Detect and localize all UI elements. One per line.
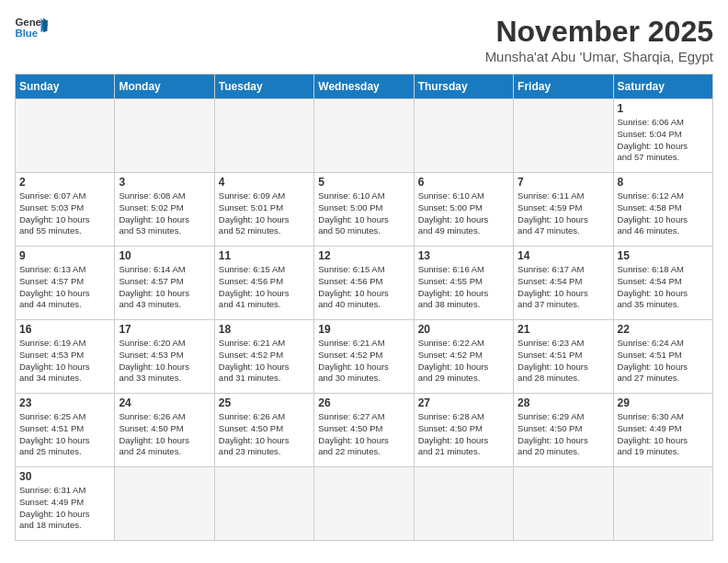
day-info: Sunrise: 6:23 AM Sunset: 4:51 PM Dayligh…	[518, 338, 609, 385]
day-number: 1	[618, 102, 709, 115]
column-header-monday: Monday	[115, 75, 214, 99]
day-number: 19	[318, 323, 409, 336]
day-number: 11	[219, 249, 310, 262]
day-info: Sunrise: 6:22 AM Sunset: 4:52 PM Dayligh…	[418, 338, 509, 385]
column-header-friday: Friday	[514, 75, 613, 99]
day-info: Sunrise: 6:29 AM Sunset: 4:50 PM Dayligh…	[518, 411, 609, 458]
calendar-cell: 23Sunrise: 6:25 AM Sunset: 4:51 PM Dayli…	[16, 394, 115, 467]
day-info: Sunrise: 6:08 AM Sunset: 5:02 PM Dayligh…	[119, 190, 210, 237]
day-number: 20	[418, 323, 509, 336]
header: General Blue November 2025 Munsha'at Abu…	[15, 15, 713, 64]
calendar-cell: 19Sunrise: 6:21 AM Sunset: 4:52 PM Dayli…	[314, 320, 414, 394]
day-number: 18	[219, 323, 310, 336]
calendar-cell	[115, 467, 214, 541]
calendar-cell: 26Sunrise: 6:27 AM Sunset: 4:50 PM Dayli…	[314, 394, 414, 467]
day-number: 27	[418, 396, 509, 409]
day-info: Sunrise: 6:06 AM Sunset: 5:04 PM Dayligh…	[618, 117, 709, 164]
calendar-header-row: SundayMondayTuesdayWednesdayThursdayFrid…	[16, 75, 713, 99]
calendar-table: SundayMondayTuesdayWednesdayThursdayFrid…	[15, 74, 713, 541]
calendar-cell: 10Sunrise: 6:14 AM Sunset: 4:57 PM Dayli…	[115, 247, 214, 320]
calendar-cell	[514, 99, 613, 173]
day-info: Sunrise: 6:27 AM Sunset: 4:50 PM Dayligh…	[318, 411, 409, 458]
calendar-cell: 8Sunrise: 6:12 AM Sunset: 4:58 PM Daylig…	[613, 173, 712, 247]
day-info: Sunrise: 6:31 AM Sunset: 4:49 PM Dayligh…	[19, 485, 110, 532]
day-number: 25	[219, 396, 310, 409]
column-header-wednesday: Wednesday	[314, 75, 414, 99]
calendar-cell: 1Sunrise: 6:06 AM Sunset: 5:04 PM Daylig…	[613, 99, 712, 173]
day-info: Sunrise: 6:13 AM Sunset: 4:57 PM Dayligh…	[19, 264, 110, 311]
day-number: 23	[19, 396, 110, 409]
svg-text:Blue: Blue	[16, 28, 39, 39]
day-info: Sunrise: 6:14 AM Sunset: 4:57 PM Dayligh…	[119, 264, 210, 311]
day-info: Sunrise: 6:15 AM Sunset: 4:56 PM Dayligh…	[219, 264, 310, 311]
day-info: Sunrise: 6:10 AM Sunset: 5:00 PM Dayligh…	[318, 190, 409, 237]
calendar-cell: 20Sunrise: 6:22 AM Sunset: 4:52 PM Dayli…	[414, 320, 513, 394]
calendar-cell: 22Sunrise: 6:24 AM Sunset: 4:51 PM Dayli…	[613, 320, 712, 394]
day-number: 4	[219, 176, 310, 189]
day-info: Sunrise: 6:26 AM Sunset: 4:50 PM Dayligh…	[119, 411, 210, 458]
day-info: Sunrise: 6:15 AM Sunset: 4:56 PM Dayligh…	[318, 264, 409, 311]
day-number: 30	[19, 470, 110, 483]
calendar-week-row: 23Sunrise: 6:25 AM Sunset: 4:51 PM Dayli…	[16, 394, 713, 467]
calendar-cell: 6Sunrise: 6:10 AM Sunset: 5:00 PM Daylig…	[414, 173, 513, 247]
day-number: 10	[119, 249, 210, 262]
calendar-cell: 18Sunrise: 6:21 AM Sunset: 4:52 PM Dayli…	[214, 320, 313, 394]
logo-icon: General Blue	[15, 15, 48, 40]
day-number: 16	[19, 323, 110, 336]
month-title: November 2025	[485, 15, 713, 49]
calendar-cell: 14Sunrise: 6:17 AM Sunset: 4:54 PM Dayli…	[514, 247, 613, 320]
calendar-cell: 15Sunrise: 6:18 AM Sunset: 4:54 PM Dayli…	[613, 247, 712, 320]
calendar-cell	[16, 99, 115, 173]
day-info: Sunrise: 6:24 AM Sunset: 4:51 PM Dayligh…	[618, 338, 709, 385]
day-number: 14	[518, 249, 609, 262]
column-header-saturday: Saturday	[613, 75, 712, 99]
calendar-cell: 3Sunrise: 6:08 AM Sunset: 5:02 PM Daylig…	[115, 173, 214, 247]
day-number: 2	[19, 176, 110, 189]
day-number: 6	[418, 176, 509, 189]
calendar-cell	[314, 99, 414, 173]
calendar-cell: 28Sunrise: 6:29 AM Sunset: 4:50 PM Dayli…	[514, 394, 613, 467]
calendar-cell: 27Sunrise: 6:28 AM Sunset: 4:50 PM Dayli…	[414, 394, 513, 467]
day-number: 17	[119, 323, 210, 336]
calendar-cell: 5Sunrise: 6:10 AM Sunset: 5:00 PM Daylig…	[314, 173, 414, 247]
calendar-cell: 9Sunrise: 6:13 AM Sunset: 4:57 PM Daylig…	[16, 247, 115, 320]
logo: General Blue	[15, 15, 48, 40]
day-number: 7	[518, 176, 609, 189]
calendar-cell	[514, 467, 613, 541]
calendar-cell: 13Sunrise: 6:16 AM Sunset: 4:55 PM Dayli…	[414, 247, 513, 320]
day-number: 12	[318, 249, 409, 262]
day-number: 15	[618, 249, 709, 262]
day-info: Sunrise: 6:25 AM Sunset: 4:51 PM Dayligh…	[19, 411, 110, 458]
day-info: Sunrise: 6:07 AM Sunset: 5:03 PM Dayligh…	[19, 190, 110, 237]
calendar-cell	[613, 467, 712, 541]
calendar-cell	[214, 467, 313, 541]
day-info: Sunrise: 6:21 AM Sunset: 4:52 PM Dayligh…	[318, 338, 409, 385]
day-info: Sunrise: 6:09 AM Sunset: 5:01 PM Dayligh…	[219, 190, 310, 237]
day-number: 21	[518, 323, 609, 336]
calendar-cell	[414, 467, 513, 541]
calendar-cell: 2Sunrise: 6:07 AM Sunset: 5:03 PM Daylig…	[16, 173, 115, 247]
day-info: Sunrise: 6:28 AM Sunset: 4:50 PM Dayligh…	[418, 411, 509, 458]
day-number: 28	[518, 396, 609, 409]
calendar-cell	[314, 467, 414, 541]
title-block: November 2025 Munsha'at Abu 'Umar, Sharq…	[485, 15, 713, 64]
day-info: Sunrise: 6:26 AM Sunset: 4:50 PM Dayligh…	[219, 411, 310, 458]
calendar-cell: 16Sunrise: 6:19 AM Sunset: 4:53 PM Dayli…	[16, 320, 115, 394]
day-number: 8	[618, 176, 709, 189]
day-info: Sunrise: 6:21 AM Sunset: 4:52 PM Dayligh…	[219, 338, 310, 385]
calendar-week-row: 1Sunrise: 6:06 AM Sunset: 5:04 PM Daylig…	[16, 99, 713, 173]
day-number: 26	[318, 396, 409, 409]
day-number: 22	[618, 323, 709, 336]
day-info: Sunrise: 6:19 AM Sunset: 4:53 PM Dayligh…	[19, 338, 110, 385]
day-info: Sunrise: 6:12 AM Sunset: 4:58 PM Dayligh…	[618, 190, 709, 237]
calendar-week-row: 2Sunrise: 6:07 AM Sunset: 5:03 PM Daylig…	[16, 173, 713, 247]
day-info: Sunrise: 6:30 AM Sunset: 4:49 PM Dayligh…	[618, 411, 709, 458]
calendar-cell	[414, 99, 513, 173]
calendar-cell: 17Sunrise: 6:20 AM Sunset: 4:53 PM Dayli…	[115, 320, 214, 394]
calendar-cell: 25Sunrise: 6:26 AM Sunset: 4:50 PM Dayli…	[214, 394, 313, 467]
calendar-cell: 4Sunrise: 6:09 AM Sunset: 5:01 PM Daylig…	[214, 173, 313, 247]
column-header-tuesday: Tuesday	[214, 75, 313, 99]
day-number: 9	[19, 249, 110, 262]
calendar-week-row: 30Sunrise: 6:31 AM Sunset: 4:49 PM Dayli…	[16, 467, 713, 541]
day-number: 3	[119, 176, 210, 189]
